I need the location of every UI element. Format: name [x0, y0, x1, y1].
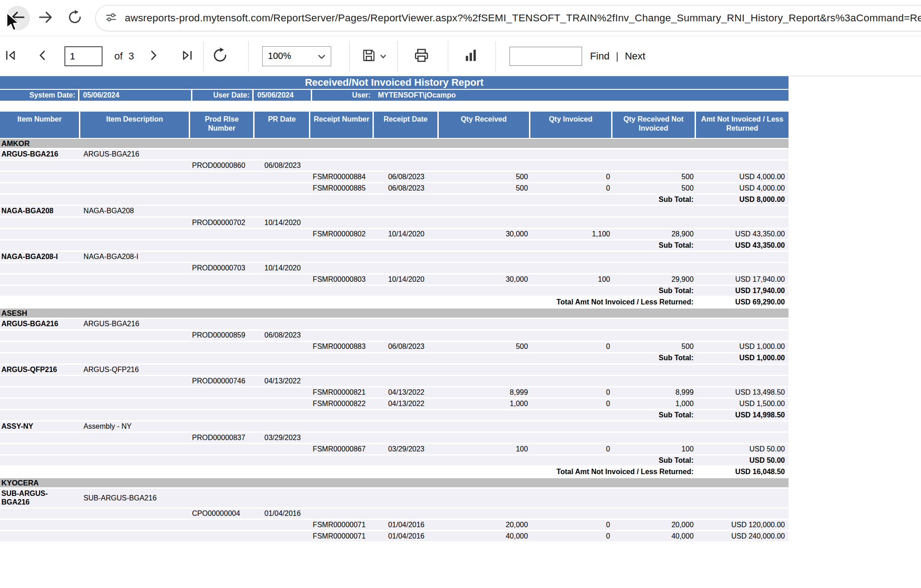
find-input[interactable] [509, 47, 582, 66]
receipt-date-cell: 06/08/2023 [374, 342, 438, 353]
amount-cell: USD 120,000.00 [696, 520, 789, 531]
amount-cell: USD 4,000.00 [696, 183, 789, 195]
receipt-number-cell: FSMR00000822 [310, 399, 374, 410]
table-row: PROD0000085906/08/2023 [0, 331, 789, 342]
table-row: PROD0000070210/14/2020 [0, 218, 789, 229]
receipt-number-cell: FSMR00000884 [310, 172, 374, 183]
toolbar-divider [495, 41, 496, 71]
qty-received-cell: 30,000 [439, 229, 530, 240]
user-value: MYTENSOFT\jOcampo [378, 91, 456, 99]
filler-cell [0, 331, 190, 342]
qty-received-cell: 500 [439, 183, 530, 195]
qty-invoiced-cell: 0 [530, 183, 612, 195]
filler-cell [0, 161, 190, 172]
table-row: Sub Total:USD 50.00 [0, 456, 789, 467]
item-description-cell: ARGUS-QFP216 [80, 365, 190, 376]
qty-received-cell: 40,000 [439, 531, 530, 543]
total-amount-cell: USD 16,048.50 [696, 467, 789, 478]
find-link[interactable]: Find [590, 50, 610, 62]
item-number-cell: ARGUS-QFP216 [0, 365, 80, 376]
qty-received-cell: 100 [439, 444, 530, 456]
last-page-icon [179, 48, 195, 65]
amount-cell: USD 13,498.50 [696, 387, 789, 399]
last-page-button[interactable] [177, 46, 197, 66]
user-date-label: User Date: [192, 90, 252, 101]
browser-back-button[interactable] [5, 6, 30, 30]
table-row: PROD0000083703/29/2023 [0, 433, 789, 444]
qty-invoiced-cell: 0 [530, 531, 612, 543]
amount-cell: USD 43,350.00 [696, 229, 789, 240]
print-button[interactable] [412, 46, 431, 66]
item-number-cell: ASSY-NY [0, 421, 80, 433]
item-description-cell: SUB-ARGUS-BGA216 [80, 489, 190, 509]
amount-cell: USD 1,000.00 [696, 342, 789, 353]
table-row: Sub Total:USD 43,350.00 [0, 240, 789, 252]
item-description-cell: NAGA-BGA208-I [80, 252, 190, 263]
report-info-bar: System Date: 05/06/2024 User Date: 05/06… [0, 90, 789, 101]
filler-cell [0, 218, 190, 229]
receipt-number-cell: FSMR00000883 [310, 342, 374, 353]
table-row: Total Amt Not Invoiced / Less Returned:U… [0, 297, 789, 309]
system-date-value: 05/06/2024 [79, 90, 191, 101]
filler-cell [310, 376, 789, 387]
table-row: Sub Total:USD 1,000.00 [0, 353, 789, 365]
item-description-cell: ARGUS-BGA216 [80, 149, 190, 161]
receipt-number-cell: FSMR00000071 [310, 531, 374, 543]
export-data-feed-button[interactable] [461, 46, 481, 66]
table-row: Total Amt Not Invoiced / Less Returned:U… [0, 467, 789, 478]
forward-arrow-icon [37, 8, 55, 28]
filler-cell [190, 365, 789, 376]
pr-date-cell: 10/14/2020 [255, 218, 310, 229]
qty-invoiced-cell: 1,100 [530, 229, 612, 240]
pr-date-cell: 01/04/2016 [255, 509, 310, 520]
table-row: Sub Total:USD 8,000.00 [0, 195, 789, 206]
table-row: FSMR0000080310/14/202030,00010029,900USD… [0, 274, 789, 286]
receipt-number-cell: FSMR00000885 [310, 183, 374, 195]
first-page-button[interactable] [1, 46, 21, 66]
save-chevron-icon[interactable] [380, 52, 387, 60]
group-label: KYOCERA [0, 478, 789, 489]
table-row: ARGUS-QFP216ARGUS-QFP216 [0, 365, 789, 376]
page-number-input[interactable] [64, 46, 103, 66]
qty-not-invoiced-cell: 29,900 [612, 274, 696, 286]
site-settings-icon[interactable] [104, 10, 118, 26]
table-row: ARGUS-BGA216ARGUS-BGA216 [0, 319, 789, 330]
subtotal-label-cell: Sub Total: [0, 456, 696, 467]
filler-cell [0, 509, 190, 520]
zoom-select[interactable]: 100% [262, 46, 331, 66]
back-arrow-icon [9, 8, 27, 28]
group-header-row: AMKOR [0, 139, 789, 149]
prod-rlse-number-cell: PROD00000746 [190, 376, 255, 387]
amount-cell: USD 4,000.00 [696, 172, 789, 183]
table-row: FSMR0000007101/04/201620,000020,000USD 1… [0, 520, 789, 531]
refresh-icon [211, 46, 229, 66]
next-link[interactable]: Next [625, 50, 645, 62]
qty-received-cell: 500 [439, 342, 530, 353]
previous-page-button[interactable] [33, 46, 53, 66]
browser-toolbar: awsreports-prod.mytensoft.com/ReportServ… [0, 0, 921, 36]
report-viewer: Received/Not Invoiced History Report Sys… [0, 76, 921, 588]
receipt-number-cell: FSMR00000803 [310, 274, 374, 286]
receipt-date-cell: 06/08/2023 [374, 183, 438, 195]
refresh-button[interactable] [210, 46, 230, 66]
address-bar[interactable]: awsreports-prod.mytensoft.com/ReportServ… [95, 5, 921, 31]
receipt-date-cell: 06/08/2023 [374, 172, 438, 183]
system-date-label: System Date: [0, 90, 78, 101]
filler-cell [0, 172, 310, 183]
table-row: ARGUS-BGA216ARGUS-BGA216 [0, 149, 789, 161]
toolbar-divider [349, 41, 350, 71]
next-page-button[interactable] [143, 46, 163, 66]
group-label: ASESH [0, 309, 789, 319]
subtotal-amount-cell: USD 1,000.00 [696, 353, 789, 365]
user-date-value: 05/06/2024 [254, 90, 311, 101]
qty-invoiced-cell: 0 [530, 520, 612, 531]
subtotal-label-cell: Sub Total: [0, 195, 696, 206]
table-row: FSMR0000086703/29/20231000100USD 50.00 [0, 444, 789, 456]
qty-not-invoiced-cell: 500 [612, 183, 696, 195]
browser-reload-button[interactable] [63, 6, 87, 30]
save-export-button[interactable] [359, 46, 379, 66]
table-row: FSMR0000082204/13/20221,00001,000USD 1,5… [0, 399, 789, 410]
subtotal-label-cell: Sub Total: [0, 353, 696, 365]
browser-forward-button[interactable] [34, 6, 58, 30]
amount-cell: USD 17,940.00 [696, 274, 789, 286]
